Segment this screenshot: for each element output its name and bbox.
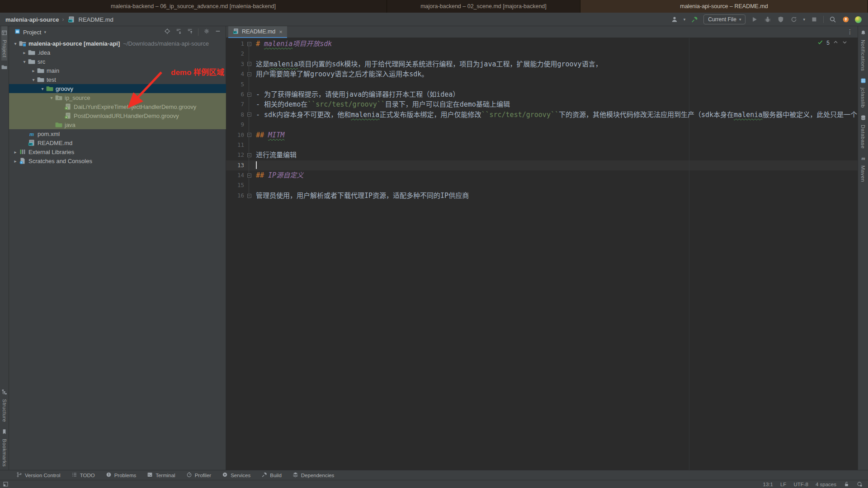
fold-marker-icon[interactable]: − [246, 130, 252, 140]
update-icon[interactable] [842, 15, 850, 23]
toolwindow-button-terminal[interactable]: Terminal [147, 472, 175, 479]
profiler-rerun-icon[interactable] [790, 15, 798, 23]
window-tab-malenia-api-source-readme-md[interactable]: malenia-api-source – README.md [580, 0, 868, 13]
inspection-widget[interactable]: 5 [817, 39, 848, 47]
search-icon[interactable] [829, 15, 837, 23]
tree-item-external-libraries[interactable]: ▸External Libraries [9, 147, 228, 156]
window-title-bar: malenia-backend – 06_ip_source_advance.m… [0, 0, 868, 13]
code-line[interactable]: 这是malenia项目内置的sdk模块，用于给代理网关系统进行编程，项目为jav… [256, 59, 868, 69]
window-tab-malenia-backend-06-ip-source-advance-md-ma[interactable]: malenia-backend – 06_ip_source_advance.m… [0, 0, 387, 13]
locate-icon[interactable] [164, 28, 170, 36]
close-icon[interactable]: × [279, 28, 283, 35]
settings-gear-icon[interactable] [203, 28, 210, 36]
run-configuration-select[interactable]: Current File ▾ [703, 14, 745, 24]
caret-position[interactable]: 13:1 [763, 482, 773, 487]
chevron-down-icon[interactable]: ▾ [12, 41, 19, 46]
fold-marker-icon[interactable]: − [246, 150, 252, 160]
more-options-icon[interactable]: ⋮ [847, 28, 853, 35]
tree-item-groovy[interactable]: ▾groovy [9, 84, 255, 93]
tree-item-pom-xml[interactable]: mpom.xml [9, 129, 237, 138]
stripe-item-maven[interactable]: mMaven [860, 152, 866, 185]
stop-icon[interactable] [810, 15, 818, 23]
stripe-item-commit-folder[interactable] [1, 61, 7, 75]
code-line[interactable] [256, 160, 868, 170]
chevron-down-icon[interactable]: ▾ [684, 17, 686, 22]
code-line[interactable]: 管理员使用，用户解析或者下载代理IP资源，适配多种不同的IP供应商 [256, 191, 868, 201]
profile-icon[interactable] [670, 15, 679, 23]
code-line[interactable] [256, 49, 868, 59]
chevron-down-icon[interactable]: ▾ [39, 86, 46, 91]
line-separator[interactable]: LF [780, 482, 786, 487]
window-tab-majora-backend-02-scene-md-majora-backend[interactable]: majora-backend – 02_scene.md [majora-bac… [387, 0, 580, 13]
toolwindow-button-version-control[interactable]: Version Control [16, 472, 61, 479]
code-line[interactable]: - sdk内容本身不可更改，他和malenia正式发布版本绑定，用户仅能修改``… [256, 110, 868, 120]
collapse-all-icon[interactable] [187, 28, 193, 36]
fold-marker-icon[interactable]: − [246, 69, 252, 79]
tree-item-scratches-and-consoles[interactable]: ▸Scratches and Consoles [9, 156, 228, 165]
toolwindow-switcher-icon[interactable] [3, 481, 9, 488]
code-content[interactable]: # malenia项目开放sdk 这是malenia项目内置的sdk模块，用于给… [256, 39, 868, 201]
fold-marker-icon[interactable]: − [246, 191, 252, 201]
chevron-right-icon[interactable]: ▸ [12, 159, 19, 164]
run-icon[interactable] [750, 15, 759, 23]
chevron-right-icon[interactable]: ▸ [12, 150, 19, 155]
build-hammer-icon[interactable] [690, 15, 698, 23]
editor-tab-readme[interactable]: MD README.md × [228, 26, 287, 38]
toolwindow-button-problems[interactable]: Problems [106, 472, 137, 479]
toolwindow-button-services[interactable]: Services [222, 472, 250, 479]
check-icon [817, 39, 823, 47]
code-line[interactable]: - 为了获得编程提示，请使用java的编译器打开本工程（如idea） [256, 89, 868, 99]
highlight-level-icon[interactable] [857, 481, 863, 488]
prev-problem-icon[interactable] [833, 39, 839, 47]
toolwindow-button-label: Build [270, 473, 282, 478]
indent-setting[interactable]: 4 spaces [816, 482, 836, 487]
hide-panel-icon[interactable] [215, 28, 221, 36]
stripe-item-project[interactable]: Project [1, 26, 7, 61]
code-segment: malenia [734, 111, 762, 119]
toolwindow-button-build[interactable]: Build [261, 472, 282, 479]
tree-item-readme-md[interactable]: MDREADME.md [9, 138, 237, 147]
stripe-item-bookmarks[interactable]: Bookmarks [1, 425, 7, 470]
code-line[interactable] [256, 80, 868, 89]
code-line[interactable]: 用户需要简单了解groovy语言之后才能深入运用本sdk。 [256, 69, 868, 79]
stripe-item-structure[interactable]: Structure [1, 385, 7, 425]
ide-gradient-ball-icon[interactable] [855, 16, 862, 23]
tree-item-src[interactable]: ▾src [9, 57, 237, 66]
expand-all-icon[interactable] [175, 28, 182, 36]
file-encoding[interactable]: UTF-8 [793, 482, 808, 487]
breadcrumb-file[interactable]: README.md [79, 16, 113, 23]
fold-marker-icon[interactable]: − [246, 110, 252, 120]
editor-area[interactable]: 12345678910111213141516 −−−−−−−−− # male… [226, 38, 858, 470]
code-line[interactable]: ## IP源自定义 [256, 170, 868, 180]
next-problem-icon[interactable] [842, 39, 848, 47]
tree-item-malenia-api-source-malenia-api[interactable]: ▾malenia-api-source [malenia-api]~/Downl… [9, 39, 228, 48]
tree-item-idea[interactable]: ▸.idea [9, 48, 237, 57]
code-line[interactable] [256, 180, 868, 190]
lock-icon[interactable] [844, 481, 849, 488]
code-line[interactable]: - 相关的demo在``src/test/groovy``目录下，用户可以自定在… [256, 99, 868, 109]
breadcrumb-project[interactable]: malenia-api-source [5, 16, 59, 23]
chevron-right-icon[interactable]: ▸ [30, 68, 37, 73]
chevron-down-icon[interactable]: ▾ [30, 77, 37, 82]
chevron-down-icon[interactable]: ▾ [21, 59, 28, 64]
toolwindow-button-dependencies[interactable]: Dependencies [292, 472, 335, 479]
chevron-right-icon[interactable]: ▸ [21, 50, 28, 55]
coverage-icon[interactable] [777, 15, 785, 23]
code-line[interactable]: ## MITM [256, 130, 868, 140]
code-line[interactable] [256, 120, 868, 130]
fold-marker-icon[interactable]: − [246, 170, 252, 180]
code-line[interactable] [256, 140, 868, 150]
fold-marker-icon[interactable]: − [246, 39, 252, 49]
fold-marker-icon[interactable]: − [246, 89, 252, 99]
fold-marker-icon[interactable]: − [246, 59, 252, 69]
code-line[interactable]: # malenia项目开放sdk [256, 39, 868, 49]
chevron-down-icon[interactable]: ▾ [803, 17, 805, 22]
toolwindow-button-profiler[interactable]: Profiler [186, 472, 211, 479]
code-line[interactable]: 进行流量编辑 [256, 150, 868, 160]
debug-icon[interactable] [764, 15, 772, 23]
stripe-item-database[interactable]: Database [860, 111, 866, 152]
toolwindow-button-todo[interactable]: TODO [71, 472, 95, 479]
chevron-down-icon[interactable]: ▾ [44, 30, 46, 34]
stripe-item-jclasslib[interactable]: jclasslib [860, 74, 866, 111]
stripe-item-notifications[interactable]: Notifications [860, 26, 866, 74]
